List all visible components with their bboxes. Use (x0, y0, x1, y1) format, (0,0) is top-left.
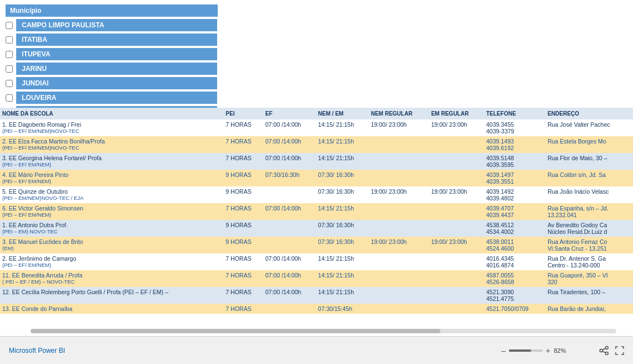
cell-tel: 4039.5148 4039.3595 (484, 153, 545, 170)
municipio-checkbox-5[interactable] (6, 94, 13, 102)
col-header-nem-em: NEM / EM (316, 108, 369, 119)
cell-end: Rua Guaporé, 350 – VI 320 (545, 270, 633, 287)
table-row: 11. EE Benedita Arruda / Profa( PEI – EF… (0, 270, 633, 287)
municipio-item: ITUPEVA (6, 48, 240, 60)
municipio-header: Município (6, 4, 218, 17)
table-row: 2. EE Jerônimo de Camargo(PEI – EF/ EM/N… (0, 253, 633, 270)
zoom-plus-button[interactable]: + (546, 346, 550, 355)
cell-pei: 7 HORAS (223, 153, 263, 170)
cell-pei: 9 HORAS (223, 170, 263, 186)
cell-em_reg (429, 136, 484, 153)
cell-ef: 07:00 /14:00h (263, 119, 316, 136)
zoom-slider[interactable] (509, 349, 543, 352)
table-row: 2. EE Elza Facca Martins Bonilha/Profa(P… (0, 136, 633, 153)
cell-em_reg (429, 287, 484, 304)
zoom-controls: – + 82% (501, 346, 566, 355)
cell-em_reg (429, 253, 484, 270)
cell-escola: 12. EE Cecília Rolemberg Porto Guelli / … (0, 287, 223, 304)
cell-tel: 4521.3090 4521.4775 (484, 287, 545, 304)
cell-pei: 7 HORAS (223, 136, 263, 153)
cell-em_reg (429, 304, 484, 314)
cell-tel: 4521.7050/0709 (484, 304, 545, 314)
cell-escola: 5. EE Quinze de Outubro(PEI – EM/NEM)NOV… (0, 186, 223, 203)
cell-tel: 4039.4707 4039.4437 (484, 203, 545, 220)
bottom-icons (598, 345, 625, 356)
cell-end: Rua José Valter Pachec (545, 119, 633, 136)
svg-point-1 (600, 349, 603, 352)
col-header-em-regular: EM REGULAR (429, 108, 484, 119)
cell-em_reg (429, 270, 484, 287)
cell-ef: 07:00 /14:00h (263, 287, 316, 304)
cell-end: Rua João Inácio Velasc (545, 186, 633, 203)
cell-pei: 7 HORAS (223, 253, 263, 270)
cell-escola: 2. EE Jerônimo de Camargo(PEI – EF/ EM/N… (0, 253, 223, 270)
cell-tel: 4016.4345 4016.4874 (484, 253, 545, 270)
cell-nem_em: 07:30/ 16:30h (316, 237, 369, 253)
cell-tel: 4587.0055 4526-8658 (484, 270, 545, 287)
col-header-escola: NOME DA ESCOLA (0, 108, 223, 119)
table-row: 5. EE Quinze de Outubro(PEI – EM/NEM)NOV… (0, 186, 633, 203)
cell-escola: 13. EE Conde do Parnaíba (0, 304, 223, 314)
municipio-checkbox-2[interactable] (6, 51, 13, 58)
col-header-nem-regular: NEM REGULAR (368, 108, 429, 119)
share-icon[interactable] (598, 345, 610, 356)
cell-nem_em: 14:15/ 21:15h (316, 287, 369, 304)
cell-nem_reg (368, 203, 429, 220)
table-row: 13. EE Conde do Parnaíba7 HORAS07:30/15:… (0, 304, 633, 314)
cell-nem_reg: 19:00/ 23:00h (368, 186, 429, 203)
cell-nem_em: 07:30/15:45h (316, 304, 369, 314)
cell-nem_em: 07:30/ 16:30h (316, 220, 369, 237)
cell-escola: 3. EE Manuel Euclides de Brito(EM) (0, 237, 223, 253)
col-header-ef: EF (263, 108, 316, 119)
cell-nem_reg (368, 287, 429, 304)
svg-point-2 (606, 352, 608, 355)
cell-nem_reg (368, 270, 429, 287)
power-bi-link[interactable]: Microsoft Power BI (9, 347, 65, 355)
cell-em_reg: 19:00/ 23:00h (429, 237, 484, 253)
cell-nem_reg (368, 220, 429, 237)
cell-pei: 7 HORAS (223, 304, 263, 314)
cell-nem_em: 14:15/ 21:15h (316, 153, 369, 170)
zoom-minus-button[interactable]: – (501, 346, 506, 355)
cell-nem_reg: 19:00/ 23:00h (368, 119, 429, 136)
cell-end: Rua Estela Borges Mo (545, 136, 633, 153)
municipio-checkbox-3[interactable] (6, 65, 13, 73)
svg-line-3 (602, 351, 605, 353)
cell-end: Rua Dr. Antenor S. Ga Centro - 13.240-00… (545, 253, 633, 270)
col-header-endereco: ENDEREÇO (545, 108, 633, 119)
municipio-label: LOUVEIRA (16, 92, 217, 104)
cell-nem_reg: 19:00/ 23:00h (368, 237, 429, 253)
cell-escola: 6. EE Victor Geraldo Simonsen(PEI – EF/ … (0, 203, 223, 220)
col-header-pei: PEI (223, 108, 263, 119)
svg-point-0 (606, 347, 608, 349)
cell-pei: 7 HORAS (223, 270, 263, 287)
cell-tel: 4538.0011 4524.4600 (484, 237, 545, 253)
municipio-checkbox-4[interactable] (6, 80, 13, 87)
cell-ef (263, 186, 316, 203)
cell-em_reg (429, 170, 484, 186)
cell-nem_em: 14:15/ 21:15h (316, 136, 369, 153)
table-row: 3. EE Manuel Euclides de Brito(EM)9 HORA… (0, 237, 633, 253)
municipio-item: CAMPO LIMPO PAULISTA (6, 19, 240, 31)
school-table: NOME DA ESCOLA PEI EF NEM / EM NEM REGUL… (0, 108, 633, 314)
school-table-container: NOME DA ESCOLA PEI EF NEM / EM NEM REGUL… (0, 108, 633, 336)
cell-pei: 9 HORAS (223, 237, 263, 253)
cell-escola: 11. EE Benedita Arruda / Profa( PEI – EF… (0, 270, 223, 287)
cell-nem_reg (368, 153, 429, 170)
cell-nem_em: 14:15/ 21:15h (316, 253, 369, 270)
cell-escola: 1. EE Dagoberto Romag / Frei(PEI – EF/ E… (0, 119, 223, 136)
cell-nem_reg (368, 253, 429, 270)
cell-tel: 4039.1492 4039.4802 (484, 186, 545, 203)
cell-ef: 07:00 /14:00h (263, 203, 316, 220)
municipio-checkbox-1[interactable] (6, 36, 13, 44)
municipio-item: JARINU (6, 63, 240, 75)
cell-ef (263, 237, 316, 253)
table-row: 1. EE Antonio Dutra Prof.(PEI – EM) NOVO… (0, 220, 633, 237)
municipio-checkbox-0[interactable] (6, 22, 13, 29)
cell-em_reg (429, 220, 484, 237)
municipio-label: JUNDIAI (16, 77, 217, 89)
col-header-telefone: TELEFONE (484, 108, 545, 119)
fullscreen-icon[interactable] (614, 345, 625, 356)
horizontal-scrollbar[interactable] (31, 329, 616, 333)
table-row: 4. EE Mário Pereira Pinto(PEI – EF/ EM/N… (0, 170, 633, 186)
